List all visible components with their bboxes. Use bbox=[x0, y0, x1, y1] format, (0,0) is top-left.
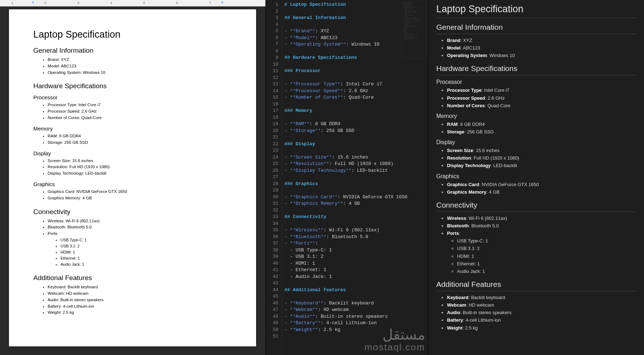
line-number: 25 bbox=[267, 161, 278, 167]
line-number: 7 bbox=[267, 41, 278, 48]
preview-list: Screen Size: 15.6 inchesResolution: Full… bbox=[447, 147, 636, 169]
code-line[interactable]: ### Memory bbox=[284, 108, 426, 114]
preview-list-item: Processor Speed: 2.6 GHz bbox=[447, 95, 636, 102]
doc-sublist-item: USB 3.1: 2 bbox=[61, 243, 232, 249]
doc-h2: Additional Features bbox=[33, 274, 232, 282]
code-line[interactable]: - Audio Jack: 1 bbox=[284, 274, 426, 280]
doc-list-item: Graphics Card: NVIDIA GeForce GTX 1650 bbox=[48, 189, 232, 195]
code-line[interactable]: - **RAM**: 8 GB DDR4 bbox=[284, 121, 426, 128]
code-line[interactable]: - **Webcam**: HD webcam bbox=[284, 307, 426, 313]
doc-list: Wireless: Wi-Fi 6 (802.11ax)Bluetooth: B… bbox=[48, 218, 232, 268]
code-line[interactable]: ## Additional Features bbox=[284, 287, 426, 294]
line-number: 43 bbox=[267, 280, 278, 287]
code-line[interactable] bbox=[284, 174, 426, 181]
code-line[interactable]: - **Screen Size**: 15.6 inches bbox=[284, 154, 426, 161]
preview-h2: General Information bbox=[436, 23, 636, 34]
code-line[interactable]: - USB Type-C: 1 bbox=[284, 247, 426, 254]
code-line[interactable]: ### Display bbox=[284, 141, 426, 148]
code-line[interactable]: - USB 3.1: 2 bbox=[284, 254, 426, 260]
code-line[interactable]: - **Processor Speed**: 2.6 GHz bbox=[284, 88, 426, 95]
code-line[interactable]: - **Processor Type**: Intel Core i7 bbox=[284, 81, 426, 88]
document-page[interactable]: Laptop Specification General Information… bbox=[9, 9, 256, 346]
code-line[interactable]: - **Audio**: Built-in stereo speakers bbox=[284, 313, 426, 320]
preview-list-item: Keyboard: Backlit keyboard bbox=[447, 294, 636, 301]
preview-sublist-item: Audio Jack: 1 bbox=[457, 268, 636, 275]
code-line[interactable]: - **Storage**: 256 GB SSD bbox=[284, 128, 426, 134]
margin-marker-right-icon[interactable]: ▾ bbox=[221, 0, 223, 4]
doc-h3: Graphics bbox=[33, 181, 232, 187]
line-number: 34 bbox=[267, 221, 278, 227]
line-number: 23 bbox=[267, 147, 278, 154]
code-line[interactable]: - **Resolution**: Full HD (1920 x 1080) bbox=[284, 161, 426, 167]
doc-list-item: Weight: 2.5 kg bbox=[48, 309, 232, 316]
preview-list-item: Brand: XYZ bbox=[447, 37, 636, 44]
line-number: 32 bbox=[267, 207, 278, 214]
preview-pane[interactable]: Laptop Specification General Information… bbox=[428, 0, 644, 355]
code-line[interactable] bbox=[284, 187, 426, 194]
line-number: 16 bbox=[267, 101, 278, 108]
preview-sublist-item: Ethernet: 1 bbox=[457, 260, 636, 268]
doc-list: RAM: 8 GB DDR4Storage: 256 GB SSD bbox=[48, 133, 232, 146]
code-line[interactable]: - **Number of Cores**: Quad-Core bbox=[284, 94, 426, 101]
doc-body: General InformationBrand: XYZModel: ABC1… bbox=[33, 47, 232, 316]
code-editor-pane[interactable]: 1234567891011121314151617181920212223242… bbox=[265, 0, 428, 355]
code-line[interactable] bbox=[284, 293, 426, 300]
line-number: 29 bbox=[267, 187, 278, 194]
code-line[interactable] bbox=[284, 61, 426, 68]
code-line[interactable]: ### Processor bbox=[284, 68, 426, 75]
doc-list-item: Resolution: Full HD (1920 x 1080) bbox=[48, 164, 232, 170]
code-line[interactable]: - **Keyboard**: Backlit keyboard bbox=[284, 300, 426, 307]
code-line[interactable]: - Ethernet: 1 bbox=[284, 267, 426, 274]
code-line[interactable]: - **Battery**: 4-cell Lithium-ion bbox=[284, 320, 426, 327]
line-number: 1 bbox=[267, 1, 278, 8]
code-line[interactable]: - **Ports**: bbox=[284, 240, 426, 247]
code-line[interactable]: - **Weight**: 2.5 kg bbox=[284, 327, 426, 333]
code-line[interactable]: - **Graphics Memory**: 4 GB bbox=[284, 200, 426, 207]
code-line[interactable] bbox=[284, 207, 426, 214]
line-number: 48 bbox=[267, 313, 278, 320]
line-number: 37 bbox=[267, 240, 278, 247]
doc-list: Keyboard: Backlit keyboardWebcam: HD web… bbox=[48, 284, 232, 316]
code-line[interactable]: - **Graphics Card**: NVIDIA GeForce GTX … bbox=[284, 194, 426, 201]
preview-list-item: Number of Cores: Quad-Core bbox=[447, 102, 636, 109]
code-line[interactable] bbox=[284, 221, 426, 227]
code-line[interactable] bbox=[284, 114, 426, 121]
preview-list-item: Audio: Built-in stereo speakers bbox=[447, 309, 636, 316]
line-number: 51 bbox=[267, 333, 278, 340]
code-line[interactable]: - **Bluetooth**: Bluetooth 5.0 bbox=[284, 234, 426, 241]
line-number: 28 bbox=[267, 181, 278, 188]
code-line[interactable] bbox=[284, 333, 426, 340]
preview-list-item: Ports:USB Type-C: 1USB 3.1: 2HDMI: 1Ethe… bbox=[447, 230, 636, 275]
doc-list-item: Battery: 4-cell Lithium-ion bbox=[48, 303, 232, 310]
code-line[interactable] bbox=[284, 147, 426, 154]
line-number: 8 bbox=[267, 48, 278, 55]
preview-list-item: Model: ABC123 bbox=[447, 44, 636, 52]
margin-marker-left-icon[interactable]: ▾ bbox=[32, 0, 34, 4]
doc-list-item: Bluetooth: Bluetooth 5.0 bbox=[48, 224, 232, 231]
code-line[interactable] bbox=[284, 280, 426, 287]
code-line[interactable] bbox=[284, 101, 426, 108]
minimap[interactable]: # Laptop Specification## General Informa… bbox=[402, 1, 427, 58]
ruler-tick: 1 bbox=[11, 1, 13, 5]
preview-list-item: RAM: 8 GB DDR4 bbox=[447, 121, 636, 128]
preview-h3: Display bbox=[436, 139, 636, 146]
code-line[interactable] bbox=[284, 75, 426, 81]
doc-h3: Processor bbox=[33, 94, 232, 100]
doc-list-item: RAM: 8 GB DDR4 bbox=[48, 133, 232, 139]
doc-sublist-item: HDMI: 1 bbox=[61, 249, 232, 255]
code-line[interactable]: - **Display Technology**: LED-backlit bbox=[284, 167, 426, 174]
code-line[interactable]: ### Graphics bbox=[284, 181, 426, 188]
code-line[interactable]: ## Connectivity bbox=[284, 214, 426, 221]
code-line[interactable]: - **Wireless**: Wi-Fi 6 (802.11ax) bbox=[284, 227, 426, 234]
doc-sublist-item: Audio Jack: 1 bbox=[61, 261, 232, 268]
line-number-gutter: 1234567891011121314151617181920212223242… bbox=[266, 0, 282, 355]
preview-body: General InformationBrand: XYZModel: ABC1… bbox=[436, 23, 636, 332]
code-line[interactable] bbox=[284, 134, 426, 141]
ruler-tick: 5 bbox=[143, 1, 145, 5]
code-line[interactable]: - HDMI: 1 bbox=[284, 260, 426, 267]
line-number: 42 bbox=[267, 274, 278, 280]
doc-list-item: Processor Speed: 2.6 GHz bbox=[48, 108, 232, 115]
doc-list: Brand: XYZModel: ABC123Operating System:… bbox=[48, 57, 232, 76]
doc-sublist: USB Type-C: 1USB 3.1: 2HDMI: 1Ethernet: … bbox=[61, 237, 232, 268]
doc-list-item: Storage: 256 GB SSD bbox=[48, 139, 232, 146]
